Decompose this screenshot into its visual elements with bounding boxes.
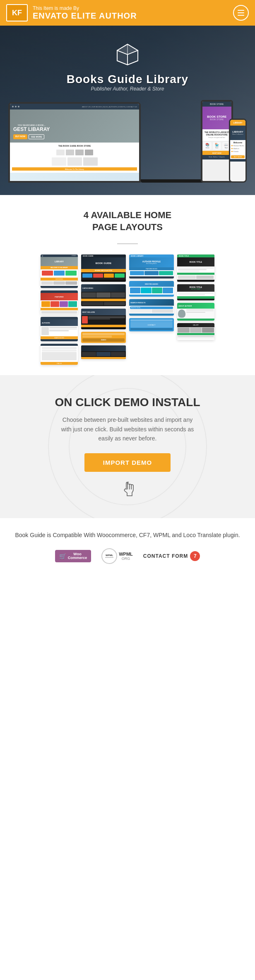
layout-thumb-1-3: AUTHORS SEARCH BOOKS <box>41 317 78 341</box>
wpml-label: WPML ORG <box>119 552 133 561</box>
phone-nav: LIBRARY <box>230 120 245 126</box>
layout-col-2: BOOK GUIDE BOOK GUIDE BROWSE OUR COLLECT… <box>81 255 126 365</box>
layouts-section: 4 AVAILABLE HOME PAGE LAYOUTS LIBRARY LI… <box>0 195 255 375</box>
layouts-section-title: 4 AVAILABLE HOME PAGE LAYOUTS <box>6 209 249 233</box>
tablet-mockup: BOOK STORE BOOK STORE BOOK STORE THE WOR… <box>201 100 233 183</box>
layout-thumb-1-1: LIBRARY LIBRARY WELCOME TO THE LIBRARY <box>41 255 78 288</box>
header-banner: KF This Item is made By ENVATO ELITE AUT… <box>0 0 255 26</box>
layout-thumb-4-2: BOOK TITLE AUTHOR NAME <box>177 284 214 300</box>
laptop-stand <box>141 179 209 183</box>
devices-mockup: ABOUT US | OUR BOOKS | BLOG | AUTHORS | … <box>8 100 247 183</box>
tablet-hero-title: BOOK STORE <box>207 115 226 118</box>
woo-commerce-text: Commerce <box>68 556 87 560</box>
demo-description: Choose between pre-built websites and im… <box>57 415 198 443</box>
phone-mockup: LIBRARY LIBRARY Best Collection Welcome … <box>229 119 247 183</box>
layout-col-3: BOOK LIBRARY AUTHOR PROFILE Best Selling… <box>129 255 174 365</box>
woo-icon: 🛒 <box>59 553 66 559</box>
svg-point-7 <box>127 483 128 484</box>
cf7-badge: 7 <box>190 551 200 561</box>
compat-text: Book Guide is Compatible With Woocommerc… <box>12 530 243 540</box>
phone-footer <box>230 159 245 162</box>
buy-now-btn: BUY NOW <box>13 134 27 139</box>
tablet-hero-sub: BOOK STORE <box>210 118 224 121</box>
list-text: Events <box>233 150 238 152</box>
hero-logo-icon <box>8 42 247 69</box>
layout-thumb-2-2: CATEGORIES <box>81 284 126 306</box>
book-icon: 📚 <box>204 143 211 147</box>
import-demo-button[interactable]: IMPORT DEMO <box>84 453 171 472</box>
phone-section-title: Welcome <box>231 141 244 144</box>
hero-subtitle: Publisher Author, Reader & Store <box>8 86 247 92</box>
phone-hero: LIBRARY Best Collection <box>230 126 245 140</box>
laptop-hero-text: YOU SEARCHING A BOOK... GEST LIBARAY BUY… <box>13 124 50 139</box>
phone-hero-sub: Best Collection <box>232 133 243 135</box>
cube-svg-icon <box>115 42 140 67</box>
wpml-logo: WPML WPML ORG <box>101 548 133 564</box>
see-more-btn: SEE MORE <box>29 134 44 139</box>
nav-dot <box>15 106 17 107</box>
list-dot <box>231 148 233 149</box>
layout-thumb-3-3: SEARCH RESULTS Search for books... <box>129 299 174 316</box>
kf-logo: KF <box>6 4 28 21</box>
compat-logos: 🛒 Woo Commerce WPML WPML ORG <box>12 548 243 564</box>
layout-thumb-1-2: FEATURED <box>41 290 78 314</box>
tablet-section-title: THE WORLD'S LARGEST ONLINE BOOKSTORE <box>204 131 230 136</box>
cf7-logo: CONTACT FORM 7 <box>143 551 200 561</box>
cf7-label: CONTACT FORM <box>143 553 188 559</box>
layout-thumb-1-4: FIND US <box>41 344 78 365</box>
tablet-section: THE WORLD'S LARGEST ONLINE BOOKSTORE Fin… <box>202 129 231 141</box>
phone-section: Welcome Browse Books Authors Events <box>230 140 245 155</box>
layout-thumb-2-5 <box>81 345 126 359</box>
list-text: Authors <box>233 147 239 150</box>
cursor-icon <box>17 480 238 502</box>
tablet-nav: BOOK STORE <box>202 102 231 107</box>
nav-dot <box>18 106 19 107</box>
wpml-inner-text: WPML <box>105 554 113 558</box>
nav-links: ABOUT US | OUR BOOKS | BLOG | AUTHORS | … <box>82 106 137 108</box>
layout-thumb-3-1: BOOK LIBRARY AUTHOR PROFILE Best Selling… <box>129 255 174 278</box>
phone-screen: LIBRARY LIBRARY Best Collection Welcome … <box>230 120 245 181</box>
tablet-feature: 📚 Books <box>204 142 212 150</box>
section-divider <box>117 243 138 244</box>
header-text: This Item is made By ENVATO ELITE AUTHOR <box>33 5 228 21</box>
tablet-hero: BOOK STORE BOOK STORE <box>202 107 231 129</box>
nav-dot <box>12 106 14 107</box>
layout-thumb-2-1: BOOK GUIDE BOOK GUIDE BROWSE OUR COLLECT… <box>81 255 126 282</box>
hero-section: Books Guide Library Publisher Author, Re… <box>0 26 255 195</box>
hand-cursor-svg <box>118 480 137 499</box>
laptop-screen: ABOUT US | OUR BOOKS | BLOG | AUTHORS | … <box>10 104 139 181</box>
menu-button[interactable] <box>233 5 249 21</box>
layout-col-4: BOOK TITLE BOOK TITLE <box>177 255 214 365</box>
laptop-hero-image: YOU SEARCHING A BOOK... GEST LIBARAY BUY… <box>10 109 139 143</box>
compat-section: Book Guide is Compatible With Woocommerc… <box>0 518 255 574</box>
layout-thumb-3-4: CONTACT <box>129 318 174 331</box>
store-icon: 🏪 <box>214 143 220 147</box>
wpml-circle: WPML <box>101 548 117 564</box>
phone-list-item: Events <box>231 150 244 152</box>
list-dot <box>231 145 233 146</box>
layouts-grid: LIBRARY LIBRARY WELCOME TO THE LIBRARY <box>6 255 249 365</box>
layout-thumb-2-4: SEARCH <box>81 332 126 343</box>
tagline-line2: ENVATO ELITE AUTHOR <box>33 11 228 21</box>
layout-col-1: LIBRARY LIBRARY WELCOME TO THE LIBRARY <box>41 255 78 365</box>
hamburger-icon <box>238 10 244 16</box>
laptop-mockup: ABOUT US | OUR BOOKS | BLOG | AUTHORS | … <box>8 102 141 183</box>
phone-list-item: Browse Books <box>231 145 244 147</box>
layout-thumb-4-1: BOOK TITLE BOOK TITLE <box>177 255 214 282</box>
layout-thumb-4-3: ABOUT AUTHOR <box>177 303 214 321</box>
laptop-nav: ABOUT US | OUR BOOKS | BLOG | AUTHORS | … <box>10 104 139 109</box>
laptop-content: THE BOOK GUIDE BOOK STORE Welcome To The… <box>10 143 139 173</box>
demo-section-title: ON CLICK DEMO INSTALL <box>17 396 238 409</box>
phone-cta-btn: BUY NOW <box>231 155 245 158</box>
tablet-feature: 🏪 Store <box>213 142 221 150</box>
layout-thumb-4-4: GALLERY <box>177 323 214 340</box>
list-text: Browse Books <box>233 145 244 147</box>
list-dot <box>231 151 233 152</box>
read-icon: 📖 <box>223 143 229 147</box>
tablet-cta: SHOP NOW <box>202 151 231 155</box>
tablet-screen: BOOK STORE BOOK STORE BOOK STORE THE WOR… <box>202 102 231 181</box>
cf7-text: CONTACT FORM <box>143 553 188 559</box>
layout-thumb-3-2: NEW RELEASES <box>129 281 174 297</box>
phone-list-item: Authors <box>231 147 244 150</box>
layout-thumb-2-3: BEST SELLERS <box>81 309 126 329</box>
